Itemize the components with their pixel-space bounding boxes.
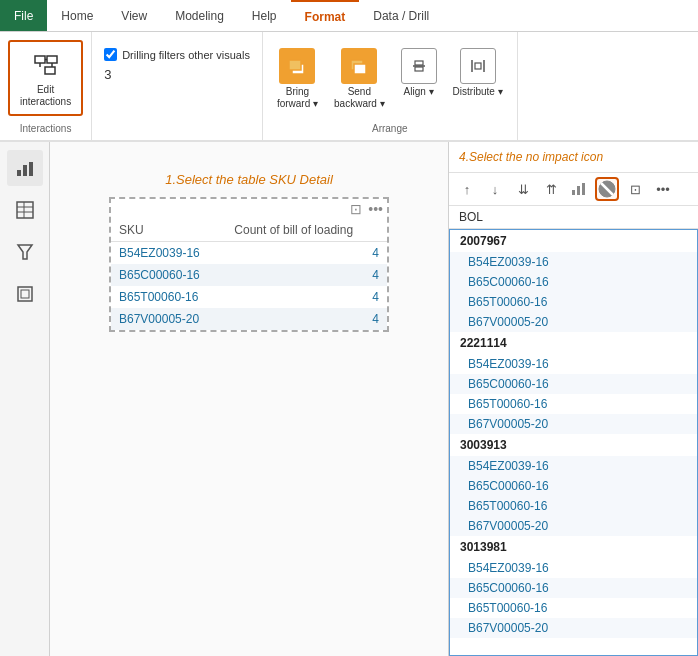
tab-data-drill[interactable]: Data / Drill [359, 0, 443, 31]
sidebar-bar-chart-icon[interactable] [7, 150, 43, 186]
table-row: B67V00005-204 [111, 308, 387, 330]
svg-rect-0 [35, 56, 45, 63]
count-cell: 4 [226, 308, 387, 330]
svg-rect-9 [354, 64, 366, 74]
bol-group-header: 3013981 [450, 536, 697, 558]
sku-detail-table: SKU Count of bill of loading B54EZ0039-1… [111, 219, 387, 330]
table-header-count: Count of bill of loading [226, 219, 387, 242]
svg-rect-25 [21, 290, 29, 298]
svg-rect-15 [475, 63, 481, 69]
tab-format[interactable]: Format [291, 0, 360, 31]
count-cell: 4 [226, 242, 387, 265]
bol-list-item[interactable]: B65T00060-16 [450, 598, 697, 618]
edit-interactions-button[interactable]: Editinteractions [8, 40, 83, 116]
drilling-checkbox[interactable] [104, 48, 117, 61]
edit-interactions-icon [32, 48, 60, 82]
distribute-button[interactable]: Distribute ▾ [447, 44, 509, 102]
no-impact-button[interactable] [595, 177, 619, 201]
bol-list-item[interactable]: B65T00060-16 [450, 496, 697, 516]
table-visual-toolbar: ⊡ ••• [111, 199, 387, 219]
bol-list-item[interactable]: B65C00060-16 [450, 272, 697, 292]
svg-rect-19 [17, 202, 33, 218]
bol-list-item[interactable]: B67V00005-20 [450, 516, 697, 536]
ribbon: Editinteractions Interactions Drilling f… [0, 32, 698, 142]
bring-forward-button[interactable]: Bringforward ▾ [271, 44, 324, 114]
interactions-group-label: Interactions [20, 123, 72, 136]
canvas-area: 1.Select the table SKU Detail ⊡ ••• SKU … [50, 142, 448, 656]
bol-list-item[interactable]: B54EZ0039-16 [450, 558, 697, 578]
bol-list-item[interactable]: B67V00005-20 [450, 312, 697, 332]
svg-rect-16 [17, 170, 21, 176]
double-up-button[interactable]: ⇈ [539, 177, 563, 201]
tab-help[interactable]: Help [238, 0, 291, 31]
down-arrow-button[interactable]: ↓ [483, 177, 507, 201]
svg-rect-5 [45, 67, 55, 74]
bol-list-item[interactable]: B65T00060-16 [450, 292, 697, 312]
svg-rect-11 [415, 61, 423, 65]
right-panel-toolbar: ↑ ↓ ⇊ ⇈ ⊡ ••• [449, 173, 698, 206]
table-header-sku: SKU [111, 219, 226, 242]
up-arrow-button[interactable]: ↑ [455, 177, 479, 201]
bol-group-header: 2007967 [450, 230, 697, 252]
drilling-area: Drilling filters other visuals 3 [92, 32, 263, 140]
bol-list-item[interactable]: B54EZ0039-16 [450, 252, 697, 272]
bol-list-item[interactable]: B65T00060-16 [450, 394, 697, 414]
expand-table-icon[interactable]: ⊡ [350, 201, 362, 217]
distribute-icon [460, 48, 496, 84]
tab-view[interactable]: View [107, 0, 161, 31]
sku-cell: B54EZ0039-16 [111, 242, 226, 265]
table-row: B54EZ0039-164 [111, 242, 387, 265]
ribbon-group-arrange: Bringforward ▾ Sendbackward ▾ [263, 32, 518, 140]
nav-tabs: File Home View Modeling Help Format Data… [0, 0, 698, 32]
send-backward-label: Sendbackward ▾ [334, 86, 385, 110]
svg-rect-24 [18, 287, 32, 301]
tab-file[interactable]: File [0, 0, 47, 31]
sidebar-table-icon[interactable] [7, 192, 43, 228]
count-cell: 4 [226, 286, 387, 308]
tab-home[interactable]: Home [47, 0, 107, 31]
arrange-items: Bringforward ▾ Sendbackward ▾ [271, 36, 509, 123]
drilling-checkbox-row: Drilling filters other visuals [104, 48, 250, 61]
left-sidebar [0, 142, 50, 656]
bol-list-item[interactable]: B65C00060-16 [450, 578, 697, 598]
bol-header: BOL [449, 206, 698, 229]
more-table-icon[interactable]: ••• [368, 201, 383, 217]
table-row: B65C00060-164 [111, 264, 387, 286]
sku-cell: B65C00060-16 [111, 264, 226, 286]
bol-list-item[interactable]: B65C00060-16 [450, 374, 697, 394]
sidebar-layers-icon[interactable] [7, 276, 43, 312]
ribbon-group-interactions: Editinteractions Interactions [0, 32, 92, 140]
sku-cell: B65T00060-16 [111, 286, 226, 308]
double-down-button[interactable]: ⇊ [511, 177, 535, 201]
bol-list-item[interactable]: B54EZ0039-16 [450, 456, 697, 476]
step4-label: 4.Select the no impact icon [449, 142, 698, 173]
bol-list-item[interactable]: B65C00060-16 [450, 476, 697, 496]
table-visual[interactable]: ⊡ ••• SKU Count of bill of loading B54EZ… [109, 197, 389, 332]
bol-list-item[interactable]: B67V00005-20 [450, 414, 697, 434]
tab-modeling[interactable]: Modeling [161, 0, 238, 31]
send-backward-button[interactable]: Sendbackward ▾ [328, 44, 391, 114]
bol-list-item[interactable]: B67V00005-20 [450, 618, 697, 638]
more-right-button[interactable]: ••• [651, 177, 675, 201]
bring-forward-label: Bringforward ▾ [277, 86, 318, 110]
svg-rect-26 [572, 190, 575, 195]
bol-list[interactable]: 2007967B54EZ0039-16B65C00060-16B65T00060… [449, 229, 698, 656]
ribbon-group-interactions-content: Editinteractions [8, 36, 83, 123]
bol-group-header: 2221114 [450, 332, 697, 354]
bring-forward-icon [279, 48, 315, 84]
svg-rect-17 [23, 165, 27, 176]
align-button[interactable]: Align ▾ [395, 44, 443, 102]
bol-list-item[interactable]: B54EZ0039-16 [450, 354, 697, 374]
distribute-label: Distribute ▾ [453, 86, 503, 98]
right-panel: 4.Select the no impact icon ↑ ↓ ⇊ ⇈ ⊡ [448, 142, 698, 656]
arrange-group-label: Arrange [271, 123, 509, 136]
svg-marker-23 [18, 245, 32, 259]
bar-chart-small-button[interactable] [567, 177, 591, 201]
svg-rect-27 [577, 186, 580, 195]
sidebar-funnel-icon[interactable] [7, 234, 43, 270]
expand-right-button[interactable]: ⊡ [623, 177, 647, 201]
svg-rect-18 [29, 162, 33, 176]
drilling-label: Drilling filters other visuals [122, 49, 250, 61]
count-cell: 4 [226, 264, 387, 286]
svg-rect-12 [415, 67, 423, 71]
